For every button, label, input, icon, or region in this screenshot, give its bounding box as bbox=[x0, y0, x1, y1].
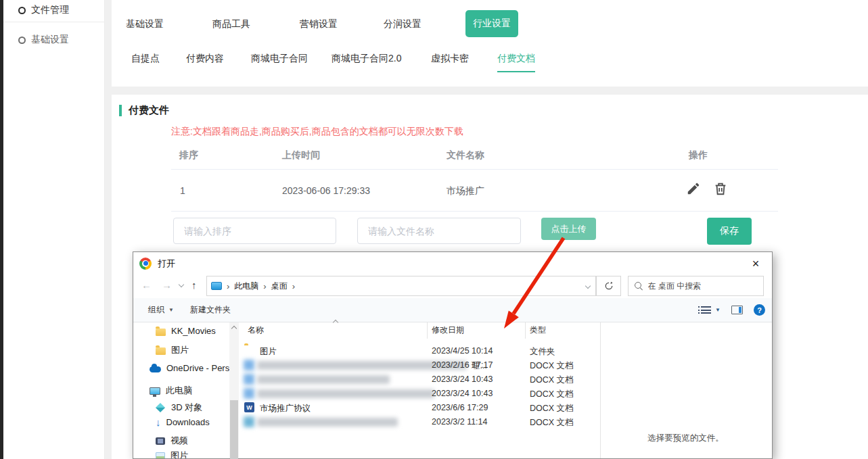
file-name-input[interactable] bbox=[357, 218, 521, 244]
help-icon[interactable]: ? bbox=[754, 304, 765, 316]
table-header-sort: 排序 bbox=[179, 149, 198, 162]
subtab-paid-docs-active[interactable]: 付费文档 bbox=[497, 53, 535, 72]
forward-icon[interactable]: → bbox=[162, 279, 172, 291]
video-icon bbox=[156, 437, 165, 445]
chevron-down-icon: ▼ bbox=[715, 307, 721, 313]
tree-item-kk-movies[interactable]: KK_Movies bbox=[156, 326, 216, 336]
subtab-pickup-point[interactable]: 自提点 bbox=[131, 53, 160, 71]
column-header-name[interactable]: 名称 bbox=[248, 324, 264, 336]
tree-scrollbar[interactable] bbox=[229, 322, 239, 458]
subtab-virtual-card[interactable]: 虚拟卡密 bbox=[431, 53, 469, 71]
folder-icon bbox=[156, 329, 166, 336]
file-row-redacted[interactable]: 2023/3/2 11:14 DOCX 文档 bbox=[239, 415, 600, 429]
tree-item-onedrive[interactable]: OneDrive - Personal bbox=[150, 363, 229, 373]
tab-marketing[interactable]: 营销设置 bbox=[300, 18, 338, 30]
sort-input[interactable] bbox=[173, 218, 336, 244]
column-header-date[interactable]: 修改日期 bbox=[432, 324, 464, 336]
history-chevron-down-icon[interactable] bbox=[179, 282, 184, 287]
address-chevron-down-icon[interactable] bbox=[585, 283, 591, 289]
section-title-text: 付费文件 bbox=[129, 104, 169, 117]
tree-item-downloads[interactable]: ↓Downloads bbox=[156, 417, 210, 427]
file-open-dialog: 打开 × ← → ↑ › 此电脑 › 桌面 › 组织 ▼ 新建文件夹 bbox=[133, 251, 773, 459]
file-type: DOCX 文档 bbox=[530, 375, 574, 386]
scroll-up-icon[interactable] bbox=[231, 326, 237, 331]
sidebar-item-label: 基础设置 bbox=[31, 34, 69, 46]
up-icon[interactable]: ↑ bbox=[191, 279, 197, 291]
file-type: DOCX 文档 bbox=[530, 417, 574, 429]
organize-menu-button[interactable]: 组织 ▼ bbox=[148, 304, 174, 316]
redacted-file-icon bbox=[244, 360, 254, 370]
tab-product-tools[interactable]: 商品工具 bbox=[212, 18, 250, 30]
breadcrumb-this-pc[interactable]: 此电脑 bbox=[234, 281, 258, 292]
tree-item-label: OneDrive - Personal bbox=[166, 363, 229, 373]
dialog-title-bar[interactable]: 打开 bbox=[133, 252, 772, 274]
subtab-e-contract-2[interactable]: 商城电子合同2.0 bbox=[332, 53, 401, 71]
tree-item-3d-objects[interactable]: 3D 对象 bbox=[156, 402, 202, 414]
tab-profit-sharing[interactable]: 分润设置 bbox=[384, 18, 421, 30]
file-name: 图片 bbox=[260, 346, 277, 358]
tree-item-pictures-folder[interactable]: 图片 bbox=[156, 344, 189, 356]
view-mode-button[interactable]: ▼ bbox=[701, 306, 721, 314]
file-list: 名称 修改日期 类型 图片 2023/4/25 10:14 文件夹 理... 2… bbox=[239, 322, 600, 458]
search-box[interactable] bbox=[628, 276, 764, 296]
sidebar-item-file-management[interactable]: 文件管理 bbox=[18, 4, 69, 16]
file-row-redacted[interactable]: 2023/3/24 10:43 DOCX 文档 bbox=[239, 372, 600, 387]
address-bar[interactable]: › 此电脑 › 桌面 › bbox=[206, 276, 596, 296]
3d-cube-icon bbox=[156, 403, 165, 412]
file-date: 2023/4/25 10:14 bbox=[432, 346, 493, 356]
tree-item-videos[interactable]: 视频 bbox=[156, 435, 188, 447]
breadcrumb-separator: › bbox=[292, 281, 295, 291]
upload-button[interactable]: 点击上传 bbox=[541, 218, 596, 240]
redacted-file-icon bbox=[244, 374, 254, 385]
file-type: 文件夹 bbox=[530, 346, 555, 358]
save-button[interactable]: 保存 bbox=[707, 218, 752, 245]
new-folder-button[interactable]: 新建文件夹 bbox=[190, 304, 231, 316]
tree-item-label: 视频 bbox=[170, 435, 188, 447]
file-row-pictures[interactable]: 图片 2023/4/25 10:14 文件夹 bbox=[239, 344, 600, 358]
delete-icon[interactable] bbox=[713, 181, 728, 196]
tree-item-label: 图片 bbox=[171, 344, 189, 356]
download-arrow-icon: ↓ bbox=[156, 417, 161, 427]
tree-item-pictures[interactable]: 图片 bbox=[156, 450, 188, 458]
tree-item-this-pc[interactable]: 此电脑 bbox=[150, 385, 192, 397]
radio-circle-icon bbox=[18, 37, 26, 44]
tab-industry-settings-active[interactable]: 行业设置 bbox=[465, 10, 518, 37]
subtab-e-contract[interactable]: 商城电子合同 bbox=[251, 53, 308, 71]
row-name-value: 市场推广 bbox=[447, 185, 484, 197]
refresh-button[interactable] bbox=[596, 276, 621, 296]
list-view-icon bbox=[701, 306, 711, 314]
edit-icon[interactable] bbox=[686, 181, 701, 196]
file-date: 2023/3/24 10:43 bbox=[432, 375, 493, 384]
folder-tree: KK_Movies 图片 OneDrive - Personal 此电脑 3D … bbox=[133, 322, 229, 458]
file-row-redacted[interactable]: 理... 2023/2/16 17:17 DOCX 文档 bbox=[239, 358, 600, 372]
back-icon[interactable]: ← bbox=[141, 279, 152, 291]
column-header-type[interactable]: 类型 bbox=[530, 324, 546, 336]
row-time-value: 2023-06-06 17:29:33 bbox=[282, 185, 370, 196]
subtab-paid-content[interactable]: 付费内容 bbox=[186, 53, 224, 71]
column-divider[interactable] bbox=[525, 322, 526, 339]
sidebar: 文件管理 基础设置 bbox=[3, 0, 105, 459]
redacted-file-icon bbox=[244, 416, 254, 427]
word-doc-icon: W bbox=[244, 402, 254, 412]
sidebar-item-basic-settings[interactable]: 基础设置 bbox=[18, 34, 69, 46]
redacted-file-icon bbox=[244, 388, 254, 399]
breadcrumb-desktop[interactable]: 桌面 bbox=[271, 281, 288, 292]
preview-pane: 选择要预览的文件。 bbox=[600, 322, 771, 458]
preview-pane-icon[interactable] bbox=[731, 306, 743, 314]
notice-text: 注意:文档跟着商品走,商品购买后,商品包含的文档都可以无限次数下载 bbox=[171, 126, 463, 138]
breadcrumb-separator: › bbox=[227, 281, 229, 291]
section-title: 付费文件 bbox=[119, 104, 169, 117]
file-row-redacted[interactable]: 2023/3/24 10:43 DOCX 文档 bbox=[239, 387, 600, 401]
tree-item-label: Downloads bbox=[166, 417, 210, 427]
dialog-toolbar: 组织 ▼ 新建文件夹 ▼ ? bbox=[133, 298, 772, 322]
file-row-market-promo-agreement[interactable]: W 市场推广协议 2023/6/6 17:29 DOCX 文档 bbox=[239, 401, 600, 415]
tabs-panel: 基础设置 商品工具 营销设置 分润设置 行业设置 自提点 付费内容 商城电子合同… bbox=[112, 0, 868, 87]
tree-item-label: KK_Movies bbox=[171, 326, 216, 336]
scrollbar-thumb[interactable] bbox=[230, 400, 238, 459]
file-date: 2023/3/24 10:43 bbox=[432, 389, 493, 398]
column-divider[interactable] bbox=[427, 322, 428, 339]
tab-basic-settings[interactable]: 基础设置 bbox=[126, 18, 164, 30]
search-input[interactable] bbox=[648, 281, 757, 291]
close-icon[interactable]: × bbox=[746, 256, 766, 272]
dialog-title: 打开 bbox=[158, 258, 175, 270]
